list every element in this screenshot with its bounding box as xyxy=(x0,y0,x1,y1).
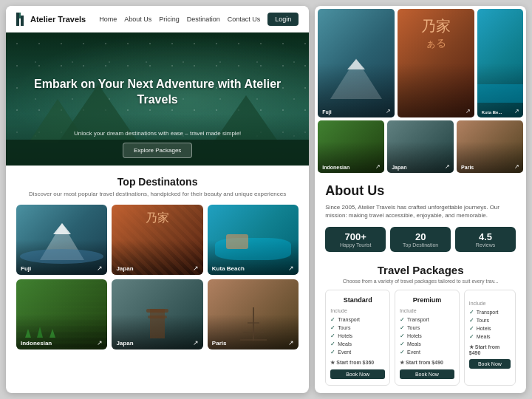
photo-japan2[interactable]: Japan ↗ xyxy=(387,120,454,173)
photo-fuji[interactable]: Fuji ↗ xyxy=(318,9,395,117)
dest-paris-label: Paris xyxy=(212,340,227,347)
packages-subtitle: Choose from a variety of travel packages… xyxy=(325,279,516,284)
dest-japan[interactable]: Japan ↗ xyxy=(112,279,202,349)
photo-kuta-label: Kuta Be... xyxy=(482,110,502,115)
photo-fuji-label: Fuji xyxy=(322,109,331,115)
pkg-thi-tours: ✓Tours xyxy=(469,317,511,324)
stat-tourists-number: 700+ xyxy=(332,231,378,242)
package-standard-include: Include xyxy=(330,308,385,313)
destinations-title: Top Destinatons xyxy=(16,176,299,188)
photo-indonesia[interactable]: Indonesian ↗ xyxy=(318,120,384,173)
pkg-pre-event: ✓Event xyxy=(400,349,454,355)
photo-japan-red[interactable]: 乃家 ぁる ↗ xyxy=(398,9,474,117)
pkg-pre-transport: ✓Transport xyxy=(400,316,454,323)
package-premium-btn[interactable]: Book Now xyxy=(400,369,454,379)
pkg-pre-meals: ✓Meals xyxy=(400,341,454,347)
stat-tourists-label: Happy Tourist xyxy=(332,242,378,248)
photo-indonesia-label: Indonesian xyxy=(322,165,349,170)
pkg-pre-hotels: ✓Hotels xyxy=(400,332,454,339)
pkg-std-tours: ✓Tours xyxy=(330,324,385,331)
pkg-thi-transport: ✓Transport xyxy=(469,309,511,316)
dest-indonesia-arrow: ↗ xyxy=(97,339,103,347)
pkg-pre-tours: ✓Tours xyxy=(400,324,454,331)
package-third: Include ✓Transport ✓Tours ✓Hotels ✓Meals… xyxy=(464,290,516,386)
pkg-thi-hotels: ✓Hotels xyxy=(469,325,511,332)
pkg-std-hotels: ✓Hotels xyxy=(330,332,385,339)
package-premium-price: ★ Start from $490 xyxy=(400,360,454,366)
package-standard-btn[interactable]: Book Now xyxy=(330,369,385,379)
destinations-grid: Fuji ↗ 乃家 Japan ↗ Kuta Beach ↗ xyxy=(16,205,299,349)
package-third-price: ★ Start from $490 xyxy=(469,344,511,355)
photo-kuta-b[interactable]: Kuta Be... ↗ xyxy=(477,9,523,117)
dest-fuji-arrow: ↗ xyxy=(97,265,103,272)
destinations-section: Top Destinatons Discover our most popula… xyxy=(6,166,309,393)
photo-japan-arrow: ↗ xyxy=(466,108,471,115)
about-section: About Us Since 2005, Atelier Travels has… xyxy=(315,176,526,258)
login-button[interactable]: Login xyxy=(267,13,299,26)
dest-japan-arrow: ↗ xyxy=(193,339,199,347)
package-standard: Standard Include ✓Transport ✓Tours ✓Hote… xyxy=(325,290,390,386)
photo-japan2-arrow: ↗ xyxy=(445,163,450,170)
packages-title: Travel Packages xyxy=(325,264,516,276)
stat-tourists: 700+ Happy Tourist xyxy=(325,227,386,252)
photo-grid-row1: Fuji ↗ 乃家 ぁる ↗ Kuta Be... ↗ xyxy=(315,6,526,120)
pkg-std-event: ✓Event xyxy=(330,349,385,355)
pkg-std-meals: ✓Meals xyxy=(330,341,385,347)
right-panel: Fuji ↗ 乃家 ぁる ↗ Kuta Be... ↗ Indonesian xyxy=(315,6,526,393)
dest-japan2-arrow: ↗ xyxy=(193,265,199,272)
nav-home[interactable]: Home xyxy=(99,16,117,23)
nav-about[interactable]: About Us xyxy=(124,16,151,23)
dest-indonesia-label: Indonesian xyxy=(21,340,52,347)
package-standard-name: Standard xyxy=(330,296,385,304)
stat-destinations-number: 20 xyxy=(398,231,443,242)
stat-reviews: 4.5 Reviews xyxy=(455,227,516,252)
package-premium: Premium Include ✓Transport ✓Tours ✓Hotel… xyxy=(395,290,460,386)
svg-rect-2 xyxy=(19,13,21,18)
package-standard-price: ★ Start from $360 xyxy=(330,360,385,366)
dest-kuta[interactable]: Kuta Beach ↗ xyxy=(208,205,299,275)
stat-destinations: 20 Top Destination xyxy=(390,227,451,252)
nav-destination[interactable]: Destination xyxy=(187,16,220,23)
svg-rect-0 xyxy=(16,13,19,26)
dest-paris-arrow: ↗ xyxy=(288,339,294,347)
about-title: About Us xyxy=(325,183,516,199)
package-third-btn[interactable]: Book Now xyxy=(469,359,511,369)
packages-grid: Standard Include ✓Transport ✓Tours ✓Hote… xyxy=(325,290,516,386)
dest-japan2-label: Japan xyxy=(116,265,133,272)
about-description: Since 2005, Atelier Travels has crafted … xyxy=(325,203,516,219)
logo-text: Atelier Travels xyxy=(30,15,86,24)
pkg-thi-meals: ✓Meals xyxy=(469,333,511,340)
left-panel: Atelier Travels Home About Us Pricing De… xyxy=(6,6,309,393)
dest-japan-label: Japan xyxy=(116,340,133,347)
hero-subtitle: Unlock your dream destinations with ease… xyxy=(21,130,294,137)
photo-kuta-arrow: ↗ xyxy=(514,108,519,115)
logo: Atelier Travels xyxy=(16,13,86,26)
nav-pricing[interactable]: Pricing xyxy=(159,16,180,23)
pkg-std-transport: ✓Transport xyxy=(330,316,385,323)
photo-grid-row2: Indonesian ↗ Japan ↗ Paris ↗ xyxy=(315,120,526,176)
stat-reviews-number: 4.5 xyxy=(463,231,508,242)
hero-section: Embark on Your Next Adventure with Ateli… xyxy=(6,33,309,166)
nav-links: Home About Us Pricing Destination Contac… xyxy=(99,16,267,23)
dest-japan2[interactable]: 乃家 Japan ↗ xyxy=(112,205,202,275)
photo-paris-label: Paris xyxy=(461,165,474,170)
dest-indonesia[interactable]: Indonesian ↗ xyxy=(16,279,107,349)
photo-paris[interactable]: Paris ↗ xyxy=(457,120,523,173)
navbar: Atelier Travels Home About Us Pricing De… xyxy=(6,6,309,33)
package-premium-name: Premium xyxy=(400,296,454,304)
explore-button[interactable]: Explore Packages xyxy=(123,143,192,158)
nav-contact[interactable]: Contact Us xyxy=(228,16,261,23)
stat-destinations-label: Top Destination xyxy=(398,242,443,248)
hero-content: Embark on Your Next Adventure with Ateli… xyxy=(6,77,309,166)
dest-paris[interactable]: Paris ↗ xyxy=(208,279,299,349)
package-third-include: Include xyxy=(469,301,511,306)
package-premium-include: Include xyxy=(400,308,454,313)
dest-fuji[interactable]: Fuji ↗ xyxy=(16,205,107,275)
packages-section: Travel Packages Choose from a variety of… xyxy=(315,258,526,393)
hero-title: Embark on Your Next Adventure with Ateli… xyxy=(21,77,294,108)
photo-japan2-label: Japan xyxy=(392,165,406,170)
dest-kuta-label: Kuta Beach xyxy=(212,265,245,272)
photo-paris-arrow: ↗ xyxy=(514,163,519,170)
destinations-subtitle: Discover our most popular travel destina… xyxy=(16,191,299,197)
svg-rect-1 xyxy=(21,16,24,26)
